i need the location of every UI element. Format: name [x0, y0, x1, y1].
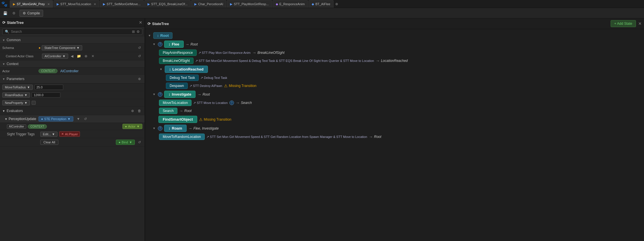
evaluators-delete-icon[interactable]: 🗑: [137, 108, 142, 114]
main-layout: ⟳ StateTree ✕ 🔍 ⊞ ⚙ ▼ Common Schema ● St…: [0, 18, 644, 241]
loc-reached-collapse-icon[interactable]: ▼: [159, 67, 163, 71]
right-panel-tree-icon: ⟳: [147, 22, 151, 26]
add-state-button[interactable]: + Add State: [611, 20, 636, 27]
params-add-icon[interactable]: ⊕: [137, 76, 142, 82]
search-container: 🔍 ⊞ ⚙: [2, 29, 142, 35]
bind-reset-icon[interactable]: ↺: [137, 139, 142, 145]
bind-dropdown[interactable]: ● Bind ▼: [116, 140, 135, 145]
tab-label: ST_MonGirlAI_Prey: [17, 2, 45, 6]
move-radius-input[interactable]: [34, 85, 63, 90]
settings-icon[interactable]: ⚙: [11, 10, 17, 16]
right-panel-close-icon[interactable]: ✕: [638, 21, 642, 26]
tab-label3: STT_SetMonGirlMove...: [107, 2, 141, 6]
break-los-tasks: ↗ STT Set MonGirl Movement Speed & Debug…: [195, 59, 374, 63]
break-los-row: BreakLineOfSight ↗ STT Set MonGirl Movem…: [145, 57, 644, 65]
tab-label5: Char_PercetionAI: [198, 2, 223, 6]
tab-stt-setmon[interactable]: ▶ STT_SetMonGirlMove...: [100, 0, 144, 8]
break-los-transition-label: LocationReached: [381, 59, 408, 63]
context-actor-label: Context Actor Class: [6, 54, 40, 58]
investigate-state-row: ▼ ? ↕ Investigate → Root: [145, 90, 644, 99]
tab-close-icon[interactable]: ✕: [47, 3, 50, 6]
save-icon[interactable]: 💾: [2, 10, 8, 16]
move-to-loc-transition: → Search: [236, 100, 252, 105]
tab-label7: E_ResponceAnim: [279, 2, 305, 6]
tab-char-perception[interactable]: ▶ Char_PercetionAI: [191, 0, 226, 8]
find-smart-badge[interactable]: FindSmartObject: [158, 116, 197, 123]
actor-dropdown[interactable]: ● Actor ▼: [122, 124, 142, 129]
root-badge[interactable]: ↕ Root: [153, 32, 172, 39]
filter-settings-icon[interactable]: ⚙: [137, 30, 140, 34]
context-reset-icon[interactable]: ↺: [137, 53, 142, 59]
left-panel-close-icon[interactable]: ✕: [139, 20, 142, 25]
play-anim-badge[interactable]: PlayAnimResponce: [159, 50, 197, 56]
new-property-dropdown[interactable]: NewProperty ▼: [2, 100, 30, 105]
search-input[interactable]: [11, 30, 130, 34]
move-random-tasks: ↗ STT Set Mon Girl Movement Speed & STT …: [206, 135, 367, 139]
left-panel-header: ⟳ StateTree ✕: [0, 18, 145, 27]
context-browse-icon[interactable]: 📁: [76, 53, 82, 59]
tab-st-mongirl[interactable]: ▶ ST_MonGirlAI_Prey ✕: [10, 0, 53, 8]
investigate-collapse-icon[interactable]: ▼: [152, 92, 156, 96]
overflow-icon[interactable]: ⊕: [335, 2, 338, 6]
context-add-icon[interactable]: ⊕: [83, 53, 89, 59]
schema-dropdown[interactable]: StateTree Component ▼: [42, 45, 82, 50]
search-badge[interactable]: Search: [159, 108, 177, 114]
eval-ste-perception-dropdown[interactable]: ● STE Perception ▼: [39, 116, 73, 122]
compile-button[interactable]: ⚙ Compile: [20, 10, 43, 17]
grid-view-icon[interactable]: ⊞: [132, 30, 135, 34]
evaluators-label: Evaluators: [7, 109, 23, 113]
flee-help-icon[interactable]: ?: [158, 42, 162, 47]
tab-e-responce[interactable]: ◆ E_ResponceAnim: [273, 0, 308, 8]
move-to-loc-badge[interactable]: MoveToLocation: [159, 100, 191, 106]
move-random-badge[interactable]: MoveToRandomLocation: [159, 134, 205, 140]
params-collapse-icon: ▼: [2, 77, 5, 81]
schema-reset-icon[interactable]: ↺: [137, 45, 142, 51]
tab-close-icon2[interactable]: ✕: [94, 3, 96, 6]
tab-icon5: ▶: [194, 2, 197, 6]
edit-button[interactable]: Edit... ▼: [40, 132, 57, 137]
section-parameters[interactable]: ▼ Parameters ⊕: [0, 75, 145, 84]
evaluators-add-icon[interactable]: ⊕: [130, 108, 135, 114]
flee-transition-label: Root: [191, 42, 198, 46]
actor-dropdown-arrow: ▼: [137, 125, 140, 128]
tab-stt-play[interactable]: ▶ STT_PlayMonGirlResp...: [227, 0, 272, 8]
section-context[interactable]: ▼ Context: [0, 60, 145, 68]
despawn-badge[interactable]: Despawn: [166, 83, 188, 89]
actor-value-container: CONTEXT AIController: [39, 69, 142, 73]
break-los-badge[interactable]: BreakLineOfSight: [159, 58, 193, 64]
context-nav-icon[interactable]: ◀: [69, 53, 75, 59]
tab-bt-aiflee[interactable]: ◆ BT_AIFlee: [308, 0, 334, 8]
add-state-label: + Add State: [614, 22, 632, 26]
context-clear-icon[interactable]: ✕: [90, 53, 96, 59]
eval-reset-icon[interactable]: ↺: [83, 116, 88, 122]
investigate-state-badge[interactable]: ↕ Investigate: [164, 91, 195, 98]
roam-help-icon[interactable]: ?: [158, 126, 162, 131]
context-actor-row: Context Actor Class AIController ▼ ◀ 📁 ⊕…: [0, 52, 145, 60]
tree-content: ▼ ↕ Root ▼ ? ↕ Flee → Root: [145, 29, 644, 241]
roam-icon: ↕: [168, 126, 170, 130]
roam-radius-dropdown[interactable]: RoamRadius ▼: [2, 92, 30, 98]
eval-expand-icon[interactable]: ▼: [76, 116, 81, 122]
despawn-missing-label: Missing Transition: [229, 84, 256, 88]
player-tag-x-icon[interactable]: ✕: [61, 132, 64, 136]
move-random-transition-label: Root: [374, 135, 381, 139]
evaluators-actions: ⊕ 🗑: [130, 108, 142, 114]
flee-collapse-icon[interactable]: ▼: [152, 42, 156, 46]
clear-all-button[interactable]: Clear All: [40, 140, 58, 145]
roam-radius-input[interactable]: [32, 92, 60, 98]
roam-state-badge[interactable]: ↕ Roam: [164, 125, 187, 132]
investigate-help-icon[interactable]: ?: [158, 92, 162, 97]
move-radius-dropdown[interactable]: MoveToRadius ▼: [2, 85, 33, 90]
context-actor-dropdown[interactable]: AIController ▼: [42, 54, 68, 59]
tab-stt-move[interactable]: ▶ STT_MoveToLocation ✕: [53, 0, 99, 8]
compile-icon: ⚙: [23, 11, 26, 15]
root-collapse-icon[interactable]: ▼: [147, 34, 152, 38]
flee-state-badge[interactable]: ↕ Flee: [164, 41, 184, 48]
new-property-checkbox[interactable]: [32, 101, 36, 105]
debug-text-badge[interactable]: Debug Text Task: [166, 75, 199, 81]
section-common[interactable]: ▼ Common: [0, 37, 145, 44]
loc-reached-badge[interactable]: ↕ LocationReached: [165, 66, 208, 73]
tab-stt-eqs[interactable]: ▶ STT_EQS_BreakLineOf...: [144, 0, 191, 8]
roam-collapse-icon[interactable]: ▼: [152, 126, 156, 130]
move-to-loc-help-icon[interactable]: ?: [229, 100, 234, 105]
